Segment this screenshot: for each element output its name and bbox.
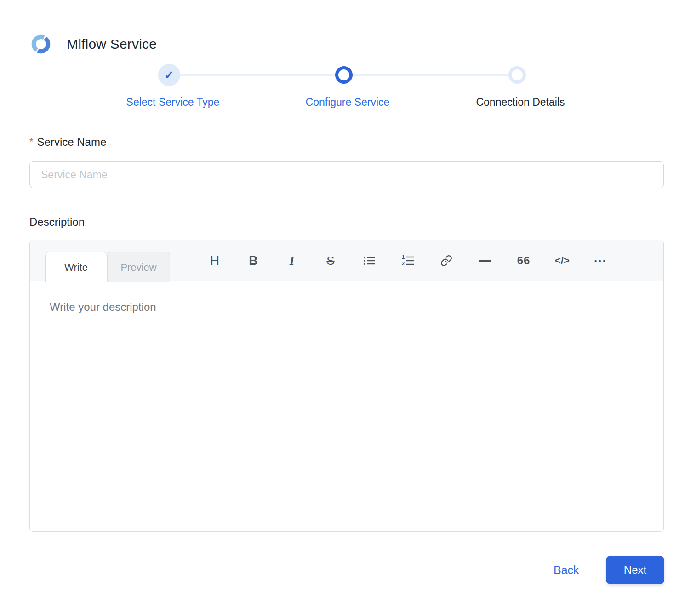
quote-icon[interactable]: 66 [504, 240, 543, 281]
description-label: Description [29, 216, 85, 228]
service-name-input[interactable] [29, 161, 664, 188]
tab-preview[interactable]: Preview [107, 252, 170, 282]
check-icon: ✓ [165, 69, 174, 81]
mlflow-sync-logo-icon [29, 33, 52, 56]
step-configure-service-indicator[interactable] [335, 66, 353, 84]
back-button[interactable]: Back [553, 564, 579, 577]
bold-icon[interactable]: B [234, 240, 273, 281]
page-header: Mlflow Service [29, 33, 157, 56]
markdown-editor: Write Preview H B I S 1 [29, 240, 664, 532]
heading-icon[interactable]: H [195, 240, 234, 281]
svg-text:2: 2 [402, 261, 405, 266]
formatting-toolbar: H B I S 1 2 [195, 240, 620, 281]
italic-icon[interactable]: I [273, 240, 311, 281]
next-button[interactable]: Next [606, 556, 664, 584]
service-name-label: *Service Name [29, 136, 106, 148]
more-options-icon[interactable]: ••• [582, 240, 620, 281]
horizontal-rule-icon[interactable] [466, 240, 504, 281]
svg-text:1: 1 [402, 255, 405, 260]
step-connection-details-indicator[interactable] [508, 66, 526, 84]
step-label-select-service-type: Select Service Type [126, 96, 220, 108]
page-title: Mlflow Service [67, 36, 157, 52]
step-select-service-type-indicator[interactable]: ✓ [158, 64, 180, 86]
editor-toolbar-bar: Write Preview H B I S 1 [30, 240, 663, 281]
tab-write[interactable]: Write [45, 252, 107, 282]
editor-body [30, 281, 663, 532]
description-input[interactable] [30, 281, 663, 532]
service-name-label-text: Service Name [37, 136, 107, 148]
ordered-list-icon[interactable]: 1 2 [388, 240, 427, 281]
unordered-list-icon[interactable] [350, 240, 388, 281]
link-icon[interactable] [427, 240, 466, 281]
step-label-connection-details: Connection Details [476, 96, 565, 108]
wizard-page: Mlflow Service ✓ Select Service Type Con… [0, 0, 696, 616]
required-asterisk: * [29, 136, 34, 147]
strikethrough-icon[interactable]: S [311, 240, 350, 281]
step-label-configure-service: Configure Service [306, 96, 390, 108]
code-icon[interactable]: </> [543, 240, 582, 281]
